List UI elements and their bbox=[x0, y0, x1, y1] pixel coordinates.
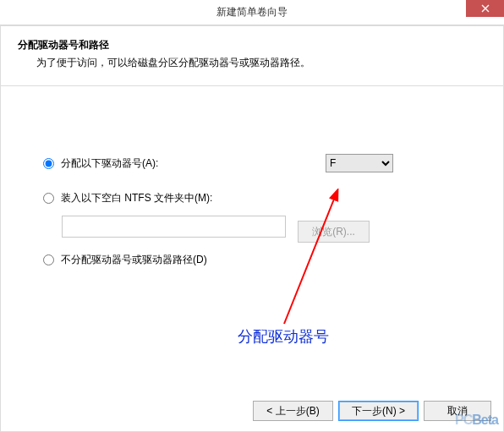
radio-no-assign-label: 不分配驱动器号或驱动器路径(D) bbox=[61, 253, 207, 267]
radio-assign-letter[interactable] bbox=[43, 158, 54, 169]
mount-folder-input-row: 浏览(R)... bbox=[43, 211, 469, 253]
drive-letter-select[interactable]: F bbox=[326, 154, 393, 172]
wizard-footer: < 上一步(B) 下一步(N) > 取消 bbox=[253, 401, 491, 421]
wizard-content: 分配驱动器号和路径 为了便于访问，可以给磁盘分区分配驱动器号或驱动器路径。 分配… bbox=[0, 25, 504, 432]
titlebar: 新建简单卷向导 bbox=[0, 0, 504, 25]
option-mount-folder-row: 装入以下空白 NTFS 文件夹中(M): bbox=[43, 191, 469, 205]
radio-no-assign[interactable] bbox=[43, 254, 54, 265]
close-icon bbox=[481, 4, 490, 13]
folder-path-input bbox=[62, 216, 286, 238]
wizard-body: 分配以下驱动器号(A): F 装入以下空白 NTFS 文件夹中(M): 浏览(R… bbox=[1, 86, 503, 303]
radio-mount-folder-label: 装入以下空白 NTFS 文件夹中(M): bbox=[61, 191, 212, 205]
radio-mount-folder[interactable] bbox=[43, 193, 54, 204]
browse-button: 浏览(R)... bbox=[298, 221, 370, 243]
page-title: 分配驱动器号和路径 bbox=[18, 38, 486, 52]
page-subtitle: 为了便于访问，可以给磁盘分区分配驱动器号或驱动器路径。 bbox=[18, 56, 486, 70]
next-button[interactable]: 下一步(N) > bbox=[338, 401, 419, 421]
wizard-header: 分配驱动器号和路径 为了便于访问，可以给磁盘分区分配驱动器号或驱动器路径。 bbox=[1, 26, 503, 86]
annotation-text: 分配驱动器号 bbox=[238, 326, 329, 347]
close-button[interactable] bbox=[466, 0, 504, 17]
option-assign-letter-row: 分配以下驱动器号(A): F bbox=[43, 154, 469, 172]
radio-assign-letter-label: 分配以下驱动器号(A): bbox=[61, 156, 158, 171]
back-button[interactable]: < 上一步(B) bbox=[253, 401, 333, 421]
option-no-assign-row: 不分配驱动器号或驱动器路径(D) bbox=[43, 253, 469, 267]
cancel-button[interactable]: 取消 bbox=[424, 401, 491, 421]
window-title: 新建简单卷向导 bbox=[216, 5, 288, 19]
